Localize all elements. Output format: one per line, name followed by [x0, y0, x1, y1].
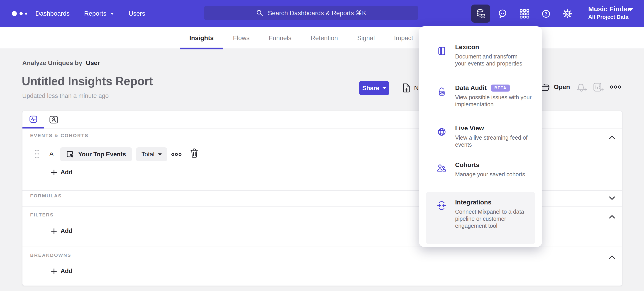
bell-plus-icon — [576, 82, 587, 93]
share-button-label: Share — [362, 85, 379, 92]
menu-item-lexicon[interactable]: Lexicon Document and transformyour event… — [455, 43, 537, 67]
tab-retention[interactable]: Retention — [302, 27, 347, 49]
mixpanel-app: Dashboards Reports Users Search Dashboar… — [0, 0, 644, 291]
integrations-sync-icon — [436, 200, 447, 211]
add-event-button[interactable]: Add — [51, 169, 72, 176]
menu-item-description: View possible issues with yourimplementa… — [455, 94, 537, 108]
tab-funnels-label: Funnels — [269, 34, 292, 42]
drag-dots-icon — [34, 149, 40, 159]
aggregation-selector[interactable]: Total — [136, 147, 167, 161]
search-icon — [256, 9, 263, 16]
expand-formulas-button[interactable] — [608, 196, 616, 201]
plus-icon — [51, 268, 57, 274]
chevron-up-icon — [608, 255, 616, 260]
lexicon-book-icon — [436, 46, 447, 56]
chevron-up-icon — [608, 214, 616, 219]
tab-insights[interactable]: Insights — [180, 27, 223, 49]
data-management-icon — [476, 8, 486, 19]
menu-item-title: Integrations — [455, 199, 492, 206]
chevron-up-icon — [608, 135, 616, 140]
tab-flows-label: Flows — [233, 34, 250, 42]
events-view-tab[interactable] — [29, 115, 38, 124]
search-input[interactable]: Search Dashboards & Reports ⌘K — [204, 6, 418, 20]
nav-dashboards[interactable]: Dashboards — [35, 10, 70, 17]
nav-dashboards-label: Dashboards — [35, 10, 70, 17]
menu-item-title: Live View — [455, 125, 484, 132]
row-more-button[interactable] — [171, 153, 182, 156]
help-icon: ? — [541, 8, 551, 19]
settings-button[interactable] — [562, 8, 572, 19]
analyze-value[interactable]: User — [86, 59, 100, 66]
report-tabs: Insights Flows Funnels Retention Signal … — [180, 27, 422, 49]
add-label: Add — [60, 169, 72, 176]
menu-item-integrations[interactable]: Integrations Connect Mixpanel to a datap… — [455, 199, 537, 229]
add-filter-button[interactable]: Add — [51, 228, 72, 235]
feedback-chat-icon — [497, 8, 508, 19]
nav-reports[interactable]: Reports — [84, 10, 114, 17]
chevron-down-icon — [382, 87, 386, 89]
add-label: Add — [60, 228, 72, 235]
menu-item-cohorts[interactable]: Cohorts Manage your saved cohorts — [455, 161, 537, 178]
menu-item-live-view[interactable]: Live View View a live streaming feed ofe… — [455, 125, 537, 148]
nav-users-label: Users — [128, 10, 145, 17]
chevron-down-icon — [628, 11, 633, 15]
menu-item-description: Connect Mixpanel to a datapipeline or cu… — [455, 208, 537, 229]
open-button[interactable]: Open — [540, 82, 570, 92]
share-button[interactable]: Share — [359, 81, 389, 95]
project-name: Music Finder — [588, 5, 630, 13]
event-name: Your Top Events — [78, 151, 126, 158]
beta-badge: BETA — [491, 84, 510, 92]
analyze-prefix: Analyze Uniques by — [22, 59, 82, 66]
apps-grid-button[interactable] — [519, 8, 530, 19]
tab-impact[interactable]: Impact — [385, 27, 422, 49]
chevron-down-icon — [158, 153, 162, 155]
plus-icon — [51, 228, 57, 234]
drag-handle[interactable] — [34, 149, 40, 159]
page-title[interactable]: Untitled Insights Report — [22, 74, 152, 88]
data-management-menu: Lexicon Document and transformyour event… — [419, 26, 542, 247]
formulas-label: FORMULAS — [30, 193, 62, 199]
aggregation-value: Total — [142, 151, 154, 158]
active-tab-underline — [22, 127, 44, 128]
menu-item-description: Manage your saved cohorts — [455, 171, 537, 178]
trash-icon — [190, 148, 198, 158]
help-button[interactable]: ? — [541, 8, 551, 19]
profiles-view-tab[interactable] — [49, 116, 58, 124]
collapse-breakdowns-button[interactable] — [608, 255, 616, 260]
menu-item-data-audit[interactable]: Data Audit BETA View possible issues wit… — [455, 84, 537, 108]
add-breakdown-button[interactable]: Add — [51, 268, 72, 275]
collapse-events-button[interactable] — [608, 135, 616, 140]
add-alert-button[interactable] — [576, 82, 587, 93]
delete-row-button[interactable] — [190, 148, 198, 158]
data-management-button[interactable] — [471, 4, 490, 23]
add-to-board-button[interactable] — [593, 82, 604, 93]
menu-item-title: Data Audit — [455, 84, 487, 92]
chart-add-icon — [593, 82, 604, 93]
mixpanel-logo-icon[interactable] — [9, 8, 30, 19]
nav-reports-label: Reports — [84, 10, 106, 17]
breakdowns-label: BREAKDOWNS — [30, 253, 71, 258]
event-click-icon — [66, 150, 74, 158]
event-selector-button[interactable]: Your Top Events — [60, 147, 132, 161]
apps-grid-icon — [520, 9, 530, 19]
tab-signal-label: Signal — [357, 34, 375, 42]
svg-text:?: ? — [544, 11, 548, 17]
add-label: Add — [60, 268, 72, 275]
ellipsis-icon — [610, 85, 621, 89]
tab-funnels[interactable]: Funnels — [260, 27, 300, 49]
tab-insights-label: Insights — [189, 34, 214, 42]
project-selector[interactable]: Music Finder All Project Data — [588, 5, 630, 20]
tab-retention-label: Retention — [311, 34, 338, 42]
series-letter: A — [50, 150, 54, 158]
analyze-uniques-by[interactable]: Analyze Uniques byUser — [22, 59, 100, 67]
pulse-chart-icon — [29, 115, 38, 124]
open-button-label: Open — [554, 83, 570, 91]
nav-users[interactable]: Users — [128, 10, 145, 17]
feedback-button[interactable] — [497, 8, 508, 19]
cohorts-people-icon — [436, 164, 447, 173]
more-actions-button[interactable] — [610, 85, 621, 89]
menu-item-description: Document and transformyour events and pr… — [455, 53, 537, 67]
collapse-filters-button[interactable] — [608, 214, 616, 219]
tab-flows[interactable]: Flows — [224, 27, 258, 49]
tab-signal[interactable]: Signal — [348, 27, 384, 49]
